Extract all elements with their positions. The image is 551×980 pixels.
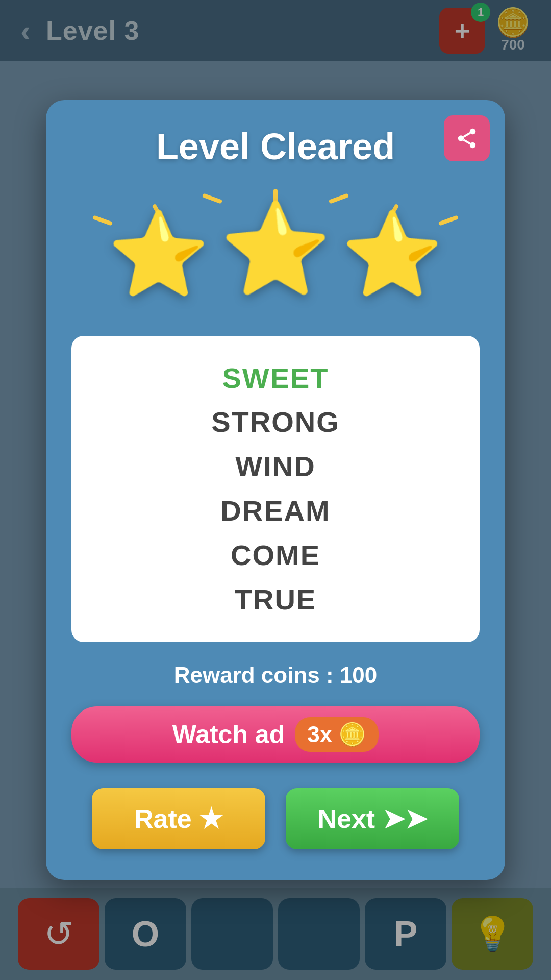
word-true: TRUE bbox=[102, 578, 449, 622]
svg-line-4 bbox=[463, 133, 470, 137]
stars-container: ⭐ ⭐ ⭐ bbox=[71, 183, 480, 326]
svg-point-1 bbox=[458, 135, 464, 141]
level-cleared-modal: Level Cleared ⭐ ⭐ ⭐ bbox=[46, 100, 505, 880]
reward-text: Reward coins : 100 bbox=[71, 663, 480, 688]
watch-ad-label: Watch ad bbox=[172, 720, 285, 749]
multiplier-text: 3x bbox=[307, 722, 332, 747]
share-button[interactable] bbox=[444, 115, 490, 161]
coin-icon: 🪙 bbox=[338, 721, 366, 748]
modal-title: Level Cleared bbox=[71, 126, 480, 167]
svg-point-0 bbox=[470, 128, 476, 134]
svg-line-3 bbox=[463, 140, 470, 144]
word-wind: WIND bbox=[102, 445, 449, 489]
words-box: SWEET STRONG WIND DREAM COME TRUE bbox=[71, 336, 480, 643]
svg-point-2 bbox=[470, 142, 476, 148]
action-buttons: Rate ★ Next ➤➤ bbox=[71, 788, 480, 849]
multiplier-badge: 3x 🪙 bbox=[295, 717, 379, 752]
next-button-label: Next ➤➤ bbox=[317, 803, 427, 834]
star-2: ⭐ bbox=[220, 204, 331, 293]
rate-button-label: Rate ★ bbox=[134, 803, 223, 834]
word-sweet: SWEET bbox=[102, 356, 449, 401]
word-come: COME bbox=[102, 533, 449, 578]
word-dream: DREAM bbox=[102, 489, 449, 533]
overlay: Level Cleared ⭐ ⭐ ⭐ bbox=[0, 0, 551, 980]
rate-button[interactable]: Rate ★ bbox=[92, 788, 265, 849]
star-3: ⭐ bbox=[341, 213, 443, 295]
watch-ad-button[interactable]: Watch ad 3x 🪙 bbox=[71, 706, 480, 763]
word-strong: STRONG bbox=[102, 400, 449, 445]
next-button[interactable]: Next ➤➤ bbox=[286, 788, 459, 849]
star-1: ⭐ bbox=[108, 213, 210, 295]
